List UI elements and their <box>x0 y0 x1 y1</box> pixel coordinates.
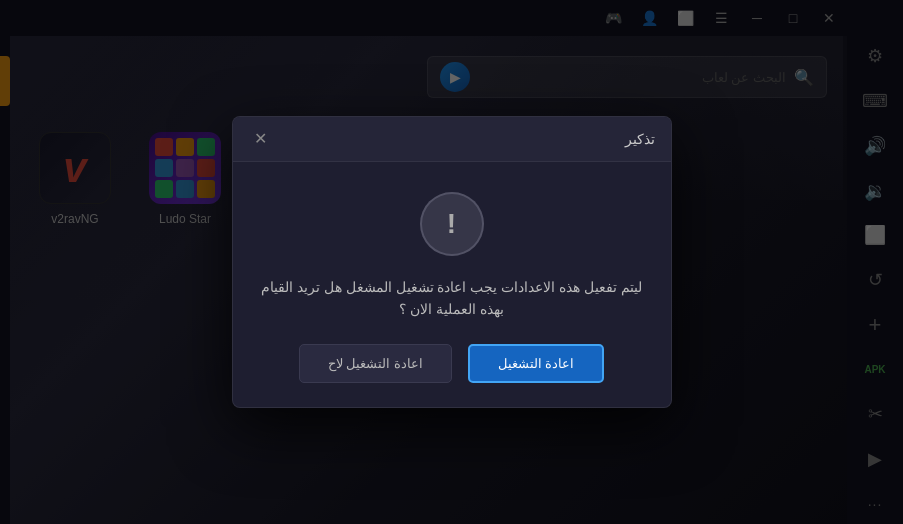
dialog-body: ! ليتم تفعيل هذه الاعدادات يجب اعادة تشغ… <box>233 162 671 345</box>
emulator-background: 🎮 👤 ⬜ ☰ ─ □ ✕ ⚙ ⌨ 🔊 🔉 ⬜ ↺ + APK ✂ ▶ ··· … <box>0 0 903 524</box>
dialog-close-button[interactable]: ✕ <box>249 127 273 151</box>
cancel-button[interactable]: اعادة التشغيل لاح <box>299 344 452 383</box>
dialog-header: تذكير ✕ <box>233 117 671 162</box>
warning-circle: ! <box>420 192 484 256</box>
dialog: تذكير ✕ ! ليتم تفعيل هذه الاعدادات يجب ا… <box>232 116 672 409</box>
warning-icon: ! <box>447 208 456 240</box>
dialog-message: ليتم تفعيل هذه الاعدادات يجب اعادة تشغيل… <box>257 276 647 321</box>
dialog-footer: اعادة التشغيل اعادة التشغيل لاح <box>233 344 671 407</box>
dialog-title: تذكير <box>625 131 655 147</box>
modal-overlay[interactable]: تذكير ✕ ! ليتم تفعيل هذه الاعدادات يجب ا… <box>0 0 903 524</box>
confirm-button[interactable]: اعادة التشغيل <box>468 344 605 383</box>
